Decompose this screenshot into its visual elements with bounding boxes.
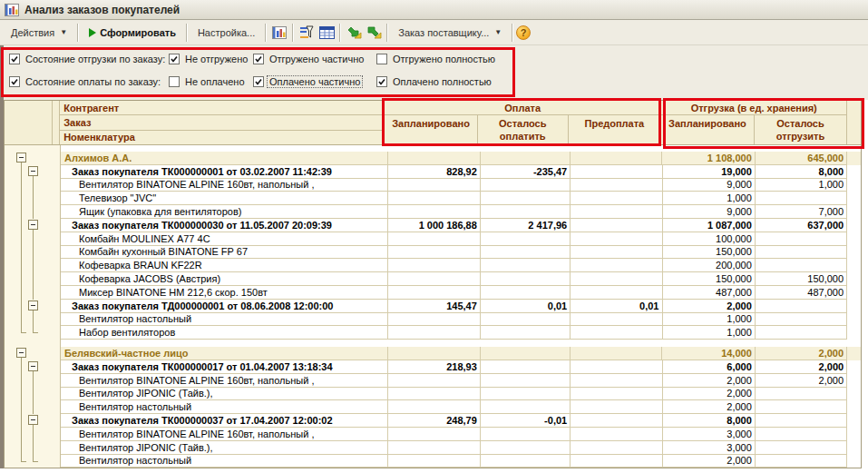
cell-pay-left[interactable] [481,179,571,192]
cell-ship-left[interactable] [756,326,847,340]
filter-option-checkbox[interactable] [376,54,387,64]
actions-button[interactable]: Действия ▼ [4,23,74,43]
cell-ship-plan[interactable]: 9,000 [663,205,756,219]
nomenclature-cell[interactable]: Вентилятор настольный [61,400,388,414]
cell-ship-plan[interactable]: 19,000 [663,165,756,179]
cell-pay-plan[interactable] [388,179,481,192]
column-header[interactable]: Осталось оплатить [478,115,569,144]
nomenclature-cell[interactable]: Вентилятор BINATONE ALPINE 160вт, наполь… [61,428,388,441]
cell-ship-left[interactable] [756,414,847,428]
cell-prepay[interactable] [571,232,662,246]
collapse-rows-button[interactable] [345,24,363,42]
nomenclature-cell[interactable]: Миксер BINATONE HM 212,6 скор. 150вт [61,286,388,300]
cell-pay-left[interactable] [481,246,571,260]
cell-pay-plan[interactable] [388,205,481,219]
cell-prepay[interactable] [571,441,662,455]
cell-prepay[interactable] [571,388,662,401]
cell-pay-plan[interactable] [388,152,481,165]
cell-prepay[interactable] [571,192,662,205]
cell-ship-plan[interactable]: 3,000 [663,441,756,455]
nomenclature-cell[interactable]: Вентилятор настольный [61,455,388,468]
cell-pay-left[interactable] [481,192,571,205]
cell-ship-left[interactable] [756,428,847,441]
cell-pay-left[interactable] [481,388,571,401]
cell-pay-plan[interactable] [388,326,481,340]
nomenclature-cell[interactable]: Вентилятор настольный [61,313,388,327]
cell-ship-left[interactable]: 2,000 [756,374,847,388]
cell-ship-left[interactable]: 2,000 [756,360,847,374]
cell-ship-plan[interactable]: 3,000 [663,428,756,441]
cell-ship-plan[interactable]: 1 087,000 [663,219,756,232]
cell-pay-plan[interactable]: 218,93 [388,360,481,374]
filter-option-checkbox[interactable] [169,76,180,87]
cell-prepay[interactable] [571,205,662,219]
column-header-contractor[interactable]: Контрагент [60,101,384,115]
cell-ship-plan[interactable]: 8,000 [663,414,756,428]
column-header[interactable]: Запланировано [661,115,755,144]
cell-pay-left[interactable]: -0,01 [481,414,571,428]
cell-prepay[interactable] [571,286,662,300]
cell-ship-plan[interactable]: 1 108,000 [662,152,755,165]
cell-pay-plan[interactable]: 248,79 [388,414,481,428]
cell-ship-plan[interactable]: 150,000 [663,272,756,286]
cell-prepay[interactable] [571,326,662,340]
nomenclature-cell[interactable]: Вентилятор JIPONIC (Тайв.), [61,388,388,401]
cell-prepay[interactable] [571,152,662,165]
column-header-nomenclature[interactable]: Номенклатура [60,131,384,144]
cell-prepay[interactable] [571,179,662,192]
cell-ship-left[interactable] [756,400,847,414]
column-header[interactable]: Предоплата [569,115,661,144]
cell-pay-left[interactable]: 2 417,96 [481,219,571,232]
cell-ship-plan[interactable]: 487,000 [663,286,756,300]
cell-pay-plan[interactable] [388,441,481,455]
cell-ship-left[interactable]: 637,000 [756,219,847,232]
cell-ship-left[interactable]: 7,000 [756,205,847,219]
cell-pay-left[interactable] [481,205,571,219]
cell-pay-plan[interactable] [388,192,481,205]
cell-pay-plan[interactable]: 828,92 [388,165,481,179]
cell-pay-left[interactable] [481,286,571,300]
cell-pay-left[interactable] [481,347,571,360]
column-header[interactable]: Осталось отгрузить [755,115,847,144]
cell-pay-left[interactable] [481,455,571,468]
filter-row-checkbox[interactable] [9,54,20,64]
cell-pay-plan[interactable] [388,272,481,286]
column-header-order[interactable]: Заказ [60,115,384,130]
cell-ship-left[interactable] [756,388,847,401]
group-header-label[interactable]: Оплата [385,101,660,115]
tree-expander-icon[interactable] [28,220,38,230]
cell-pay-plan[interactable]: 1 000 186,88 [388,219,481,232]
contractor-cell[interactable]: Белявский-частное лицо [61,347,388,360]
cell-ship-plan[interactable]: 100,000 [663,232,756,246]
cell-ship-plan[interactable]: 200,000 [663,259,756,272]
cell-pay-plan[interactable] [388,374,481,388]
generate-button[interactable]: Сформировать [82,23,183,43]
cell-ship-plan[interactable]: 2,000 [663,374,756,388]
cell-pay-plan[interactable] [388,400,481,414]
contractor-cell[interactable]: Алхимов А.А. [61,152,388,165]
cell-ship-plan[interactable]: 2,000 [663,300,756,313]
cell-pay-plan[interactable] [388,313,481,327]
cell-pay-left[interactable]: 0,01 [481,300,571,313]
tree-expander-icon[interactable] [16,348,26,358]
settings-button[interactable]: Настройка... [190,23,262,43]
cell-ship-plan[interactable]: 1,000 [663,192,756,205]
nomenclature-cell[interactable]: Вентилятор JIPONIC (Тайв.), [61,441,388,455]
cell-pay-left[interactable]: -235,47 [481,165,571,179]
cell-ship-plan[interactable]: 14,000 [662,347,755,360]
cell-ship-left[interactable]: 8,000 [756,165,847,179]
tree-expander-icon[interactable] [28,301,38,310]
tree-expander-icon[interactable] [28,361,38,371]
filter-option-checkbox[interactable] [169,54,180,64]
cell-prepay[interactable] [571,272,662,286]
cell-prepay[interactable] [571,428,662,441]
cell-pay-plan[interactable] [388,347,481,360]
order-cell[interactable]: Заказ покупателя ТД000000001 от 08.06.20… [61,300,388,313]
cell-ship-left[interactable]: 150,000 [756,272,847,286]
filter-option-checkbox[interactable] [376,76,387,87]
cell-prepay[interactable] [571,360,662,374]
cell-ship-left[interactable]: 487,000 [756,286,847,300]
nomenclature-cell[interactable]: Комбайн MOULINEX А77 4С [61,232,388,246]
filter-option-checkbox[interactable] [253,54,264,64]
help-icon[interactable]: ? [516,25,531,40]
